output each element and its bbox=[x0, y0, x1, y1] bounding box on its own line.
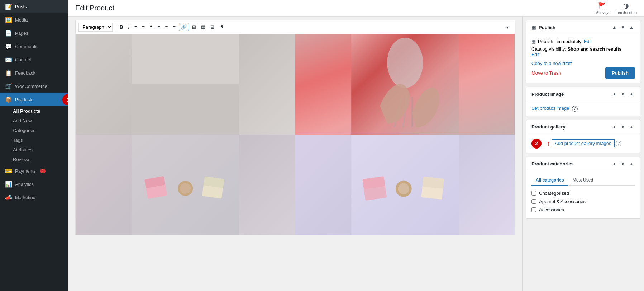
add-gallery-images-link[interactable]: Add product gallery images bbox=[552, 139, 615, 147]
product-gallery-help[interactable]: ? bbox=[616, 141, 621, 146]
step-2-circle: 2 bbox=[531, 139, 542, 149]
product-image-help[interactable]: ? bbox=[572, 106, 578, 112]
align-center-button[interactable]: ≡ bbox=[163, 23, 170, 31]
sidebar-subitem-all-products[interactable]: All Products bbox=[0, 106, 68, 116]
sidebar-item-pages[interactable]: 📄 Pages bbox=[0, 27, 68, 40]
checkbox-apparel[interactable] bbox=[531, 199, 536, 204]
sidebar-subitem-reviews[interactable]: Reviews bbox=[0, 155, 68, 164]
sidebar-subitem-tags[interactable]: Tags bbox=[0, 135, 68, 145]
product-gallery-body: 2 ↑ Add product gallery images ? bbox=[526, 134, 640, 153]
sidebar-item-label: Analytics bbox=[15, 182, 34, 187]
sidebar-item-media[interactable]: 🖼️ Media bbox=[0, 13, 68, 27]
activity-action[interactable]: 🚩 Activity bbox=[596, 2, 609, 15]
set-product-image-link[interactable]: Set product image bbox=[531, 105, 569, 111]
payments-badge: 1 bbox=[40, 169, 46, 173]
table-button[interactable]: ⊞ bbox=[190, 23, 198, 31]
sidebar-subitem-categories[interactable]: Categories bbox=[0, 126, 68, 135]
right-panel: ▦ Publish ▲ ▼ ▲ ▦ Publish immediately Ed… bbox=[522, 17, 644, 291]
sidebar-item-woocommerce[interactable]: 🛒 WooCommerce bbox=[0, 80, 68, 93]
marketing-icon: 📣 bbox=[5, 194, 12, 201]
product-image-header: Product image ▲ ▼ ▲ bbox=[526, 87, 640, 101]
categories-tabs: All categories Most Used bbox=[531, 175, 635, 186]
product-gallery-down[interactable]: ▼ bbox=[619, 124, 626, 130]
sidebar-item-label: Media bbox=[15, 17, 28, 23]
publish-button[interactable]: Publish bbox=[605, 67, 635, 79]
product-categories-close[interactable]: ▲ bbox=[628, 161, 635, 167]
product-image-body: Set product image ? bbox=[526, 101, 640, 116]
sidebar-item-contact[interactable]: ✉️ Contact bbox=[0, 53, 68, 66]
publish-immediately-row: ▦ Publish immediately Edit bbox=[531, 39, 635, 44]
catalog-edit-link[interactable]: Edit bbox=[531, 52, 539, 57]
sidebar-item-comments[interactable]: 💬 Comments bbox=[0, 40, 68, 53]
align-right-button[interactable]: ≡ bbox=[171, 23, 177, 31]
finish-setup-action[interactable]: ◑ Finish setup bbox=[616, 2, 637, 15]
catalog-value: Shop and search results bbox=[567, 46, 621, 52]
publish-status-icon: ▦ bbox=[531, 39, 536, 44]
product-gallery-panel: Product gallery ▲ ▼ ▲ 2 ↑ Add product ga… bbox=[526, 120, 640, 153]
unordered-list-button[interactable]: ≡ bbox=[133, 23, 139, 31]
svg-point-4 bbox=[387, 38, 423, 88]
blockquote-button[interactable]: ❝ bbox=[148, 23, 154, 31]
column-button[interactable]: ⊟ bbox=[209, 23, 216, 31]
sidebar-item-label: Payments bbox=[15, 168, 36, 174]
italic-button[interactable]: I bbox=[126, 23, 131, 31]
product-categories-down[interactable]: ▼ bbox=[619, 161, 626, 167]
checkbox-uncategorized[interactable] bbox=[531, 191, 536, 196]
img-shoe bbox=[295, 34, 515, 135]
product-categories-panel: Product categories ▲ ▼ ▲ All categories … bbox=[526, 157, 640, 219]
sidebar-item-posts[interactable]: 📝 Posts bbox=[0, 0, 68, 13]
catalog-label: Catalog visibility: bbox=[531, 46, 566, 52]
product-image-down[interactable]: ▼ bbox=[619, 91, 626, 97]
link-button[interactable]: 🔗 bbox=[179, 23, 189, 31]
img-rings-purple bbox=[295, 135, 515, 235]
finish-setup-icon: ◑ bbox=[623, 2, 629, 10]
sidebar-item-feedback[interactable]: 📋 Feedback bbox=[0, 66, 68, 80]
products-icon: 📦 bbox=[5, 96, 12, 103]
sidebar-item-payments[interactable]: 💳 Payments 1 bbox=[0, 164, 68, 178]
woo-icon: 🛒 bbox=[5, 83, 12, 90]
undo-button[interactable]: ↺ bbox=[218, 23, 225, 31]
publish-edit-link[interactable]: Edit bbox=[584, 39, 592, 44]
posts-icon: 📝 bbox=[5, 3, 12, 10]
tab-all-categories[interactable]: All categories bbox=[531, 175, 568, 186]
publish-panel-down[interactable]: ▼ bbox=[619, 24, 626, 30]
tab-most-used[interactable]: Most Used bbox=[568, 175, 597, 186]
sidebar-item-label: Comments bbox=[15, 44, 38, 49]
payments-icon: 💳 bbox=[5, 168, 12, 174]
publish-panel: ▦ Publish ▲ ▼ ▲ ▦ Publish immediately Ed… bbox=[526, 20, 640, 83]
analytics-icon: 📊 bbox=[5, 181, 12, 188]
publish-panel-controls: ▲ ▼ ▲ bbox=[611, 24, 635, 30]
sidebar-subitem-add-new[interactable]: Add New bbox=[0, 116, 68, 126]
editor-body bbox=[75, 34, 515, 235]
product-image-close[interactable]: ▲ bbox=[628, 91, 635, 97]
product-image-title: Product image bbox=[531, 91, 611, 97]
image-cell-top-left bbox=[76, 34, 295, 135]
align-left-button[interactable]: ≡ bbox=[156, 23, 162, 31]
sidebar-item-label: Contact bbox=[15, 57, 31, 62]
publish-panel-up[interactable]: ▲ bbox=[611, 24, 618, 30]
expand-button[interactable]: ⤢ bbox=[504, 23, 512, 31]
bold-button[interactable]: B bbox=[118, 23, 125, 31]
product-gallery-up[interactable]: ▲ bbox=[611, 124, 618, 130]
product-image-up[interactable]: ▲ bbox=[611, 91, 618, 97]
checkbox-accessories[interactable] bbox=[531, 207, 536, 212]
publish-bottom-row: Move to Trash Publish bbox=[531, 67, 635, 79]
move-trash-link[interactable]: Move to Trash bbox=[531, 70, 561, 76]
arrow-up-icon: ↑ bbox=[547, 139, 550, 147]
svg-rect-1 bbox=[132, 34, 239, 84]
sidebar-item-products[interactable]: 📦 Products 1 bbox=[0, 93, 68, 106]
copy-draft-link[interactable]: Copy to a new draft bbox=[531, 61, 635, 66]
publish-panel-close[interactable]: ▲ bbox=[628, 24, 635, 30]
sidebar-item-analytics[interactable]: 📊 Analytics bbox=[0, 178, 68, 191]
sidebar-item-marketing[interactable]: 📣 Marketing bbox=[0, 191, 68, 204]
product-categories-up[interactable]: ▲ bbox=[611, 161, 618, 167]
product-gallery-close[interactable]: ▲ bbox=[628, 124, 635, 130]
img-rings-gray bbox=[76, 135, 295, 235]
image-cell-top-right bbox=[295, 34, 515, 135]
ordered-list-button[interactable]: ≡ bbox=[140, 23, 147, 31]
paragraph-select[interactable]: Paragraph bbox=[78, 23, 113, 32]
grid-button[interactable]: ▦ bbox=[199, 23, 207, 31]
categories-list: Uncategorized Apparel & Accessories Acce… bbox=[531, 189, 635, 214]
sidebar-subitem-attributes[interactable]: Attributes bbox=[0, 145, 68, 155]
publish-panel-icon: ▦ bbox=[531, 25, 536, 30]
